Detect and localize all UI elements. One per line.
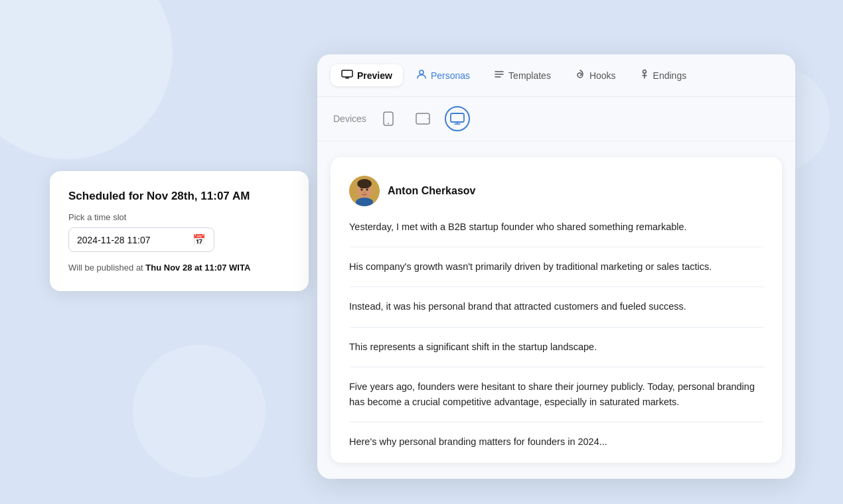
svg-point-21 [364, 192, 366, 193]
tab-preview-label: Preview [357, 70, 392, 81]
device-mobile-button[interactable] [376, 106, 401, 131]
date-value: 2024-11-28 11:07 [77, 235, 151, 245]
svg-rect-0 [342, 70, 352, 77]
date-input[interactable]: 2024-11-28 11:07 📅 [68, 227, 214, 252]
device-desktop-button[interactable] [445, 106, 470, 131]
schedule-card: Scheduled for Nov 28th, 11:07 AM Pick a … [50, 171, 309, 291]
svg-point-12 [427, 118, 429, 119]
tab-personas[interactable]: Personas [406, 64, 481, 87]
templates-icon [494, 70, 504, 81]
schedule-title: Scheduled for Nov 28th, 11:07 AM [68, 190, 290, 203]
tab-preview[interactable]: Preview [331, 64, 403, 86]
post-paragraph-1: His company's growth wasn't primarily dr… [349, 259, 763, 287]
svg-point-20 [366, 189, 368, 191]
svg-point-18 [357, 179, 372, 188]
post-paragraph-5: Here's why personal branding matters for… [349, 434, 763, 450]
tab-personas-label: Personas [431, 70, 470, 81]
post-header: Anton Cherkasov [349, 176, 763, 206]
post-paragraph-3: This represents a significant shift in t… [349, 340, 763, 367]
post-card: Anton Cherkasov Yesterday, I met with a … [331, 157, 782, 463]
post-paragraph-2: Instead, it was his personal brand that … [349, 299, 763, 327]
time-slot-label: Pick a time slot [68, 212, 290, 222]
preview-icon [341, 70, 353, 81]
svg-rect-1 [345, 78, 349, 79]
tab-templates-label: Templates [508, 70, 551, 81]
svg-point-19 [361, 189, 363, 191]
hooks-icon [575, 69, 585, 82]
svg-point-10 [388, 123, 389, 124]
tab-endings-label: Endings [653, 70, 687, 81]
svg-rect-11 [416, 113, 429, 124]
publish-time: Thu Nov 28 at 11:07 WITA [145, 263, 250, 273]
endings-icon [640, 69, 649, 82]
svg-point-6 [643, 70, 646, 74]
svg-point-2 [420, 70, 423, 74]
svg-rect-13 [451, 113, 464, 122]
tab-templates[interactable]: Templates [483, 64, 562, 86]
author-name: Anton Cherkasov [388, 185, 475, 197]
publish-info: Will be published at Thu Nov 28 at 11:07… [68, 263, 290, 273]
devices-row: Devices [317, 97, 795, 141]
main-panel: Preview Personas Templates Hooks Endings [317, 54, 795, 479]
tab-endings[interactable]: Endings [629, 64, 698, 87]
device-tablet-button[interactable] [410, 106, 435, 131]
post-paragraph-0: Yesterday, I met with a B2B startup foun… [349, 220, 763, 247]
calendar-icon: 📅 [192, 233, 206, 246]
tab-bar: Preview Personas Templates Hooks Endings [317, 54, 795, 97]
tab-hooks[interactable]: Hooks [564, 64, 627, 87]
devices-label: Devices [333, 113, 366, 124]
avatar [349, 176, 380, 206]
personas-icon [416, 69, 427, 82]
tab-hooks-label: Hooks [589, 70, 616, 81]
post-paragraph-4: Five years ago, founders were hesitant t… [349, 379, 763, 422]
content-area: Anton Cherkasov Yesterday, I met with a … [317, 141, 795, 479]
